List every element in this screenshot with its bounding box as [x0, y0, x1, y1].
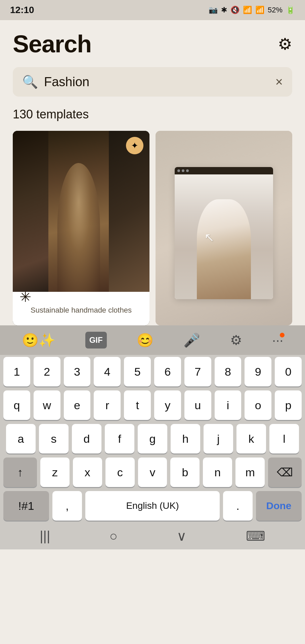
signal-icon: 📶 [255, 6, 264, 14]
key-s[interactable]: s [39, 424, 69, 453]
gif-button[interactable]: GIF [85, 332, 107, 348]
number-row: 1 2 3 4 5 6 7 8 9 0 [0, 355, 305, 388]
cursor-icon: ↖ [204, 230, 214, 245]
shift-key[interactable]: ↑ [3, 458, 37, 487]
search-bar[interactable]: 🔍 × [13, 67, 292, 97]
key-e[interactable]: e [64, 390, 91, 420]
template-grid: ✦ ✳ Sustainable handmade clothes ↖ [13, 131, 292, 325]
key-b[interactable]: b [170, 458, 200, 487]
key-m[interactable]: m [235, 458, 265, 487]
nav-back-button[interactable]: ∨ [177, 528, 186, 544]
key-5[interactable]: 5 [124, 357, 151, 386]
mic-button[interactable]: 🎤 [183, 332, 200, 348]
key-u[interactable]: u [184, 390, 211, 420]
zxcv-row: ↑ z x c v b n m ⌫ [0, 455, 305, 489]
collage-strip-2 [48, 131, 109, 292]
space-key[interactable]: English (UK) [85, 491, 220, 521]
bottom-nav: ||| ○ ∨ ⌨ [0, 523, 305, 549]
status-time: 12:10 [10, 5, 34, 15]
template-count: 130 templates [13, 107, 292, 121]
status-icons: 📷 ✱ 🔇 📶 📶 52% 🔋 [209, 6, 295, 14]
wifi-icon: 📶 [243, 6, 252, 14]
page-title: Search [13, 30, 91, 58]
key-k[interactable]: k [236, 424, 266, 453]
key-v[interactable]: v [138, 458, 167, 487]
keyboard: 🙂✨ GIF 😊 🎤 ⚙ ··· 1 2 3 4 5 6 7 8 9 0 q w… [0, 325, 305, 549]
key-a[interactable]: a [6, 424, 36, 453]
template-card-collage[interactable]: ✦ ✳ Sustainable handmade clothes [13, 131, 149, 325]
key-z[interactable]: z [40, 458, 70, 487]
key-6[interactable]: 6 [154, 357, 181, 386]
card-caption-text: Sustainable handmade clothes [19, 306, 143, 315]
key-l[interactable]: l [269, 424, 299, 453]
key-0[interactable]: 0 [275, 357, 302, 386]
battery-icon: 🔋 [286, 6, 295, 14]
browser-content: ↖ [175, 174, 273, 299]
key-o[interactable]: o [245, 390, 271, 420]
key-y[interactable]: y [154, 390, 181, 420]
collage-images [13, 131, 149, 292]
key-3[interactable]: 3 [64, 357, 91, 386]
key-f[interactable]: f [105, 424, 134, 453]
starburst-icon: ✳ [19, 289, 31, 305]
symbols-key[interactable]: !#1 [3, 491, 49, 521]
key-c[interactable]: c [105, 458, 135, 487]
key-n[interactable]: n [203, 458, 232, 487]
nav-menu-button[interactable]: ||| [40, 529, 50, 544]
backspace-key[interactable]: ⌫ [268, 458, 302, 487]
camera-icon: 📷 [209, 6, 218, 14]
asdf-row: a s d f g h j k l [0, 422, 305, 455]
sticker-button[interactable]: 🙂✨ [22, 332, 55, 348]
key-2[interactable]: 2 [34, 357, 60, 386]
search-icon: 🔍 [22, 74, 38, 89]
key-8[interactable]: 8 [215, 357, 242, 386]
browser-dot-3 [186, 169, 189, 172]
key-1[interactable]: 1 [3, 357, 30, 386]
search-input[interactable] [44, 75, 275, 89]
bottom-row: !#1 , English (UK) . Done [0, 489, 305, 523]
woman-silhouette [197, 199, 251, 299]
search-clear-button[interactable]: × [275, 75, 283, 89]
browser-frame: ↖ [175, 167, 273, 299]
app-content: Search ⚙ 🔍 × 130 templates ✦ ✳ Sustainab… [0, 20, 305, 325]
more-button[interactable]: ··· [272, 333, 283, 348]
card-right-background: ↖ [156, 131, 292, 325]
premium-badge: ✦ [126, 137, 143, 154]
collage-strip-1 [13, 131, 48, 292]
bluetooth-icon: ✱ [221, 6, 227, 14]
done-key[interactable]: Done [256, 491, 302, 521]
qwerty-row: q w e r t y u i o p [0, 388, 305, 422]
key-i[interactable]: i [215, 390, 242, 420]
header-row: Search ⚙ [13, 30, 292, 58]
key-t[interactable]: t [124, 390, 151, 420]
key-p[interactable]: p [275, 390, 302, 420]
key-h[interactable]: h [171, 424, 200, 453]
key-d[interactable]: d [72, 424, 101, 453]
key-w[interactable]: w [34, 390, 60, 420]
card-caption: ✳ Sustainable handmade clothes [13, 292, 149, 325]
keyboard-settings-button[interactable]: ⚙ [230, 332, 242, 348]
template-card-single[interactable]: ↖ [156, 131, 292, 325]
mute-icon: 🔇 [230, 6, 239, 14]
emoji-button[interactable]: 😊 [137, 332, 154, 348]
period-key[interactable]: . [223, 491, 253, 521]
nav-home-button[interactable]: ○ [110, 529, 118, 544]
key-9[interactable]: 9 [245, 357, 271, 386]
settings-button[interactable]: ⚙ [278, 35, 292, 53]
key-q[interactable]: q [3, 390, 30, 420]
nav-keyboard-button[interactable]: ⌨ [246, 528, 265, 544]
collage-strip-3 [109, 131, 149, 292]
keyboard-toolbar: 🙂✨ GIF 😊 🎤 ⚙ ··· [0, 325, 305, 355]
key-g[interactable]: g [138, 424, 167, 453]
notification-dot [280, 333, 285, 337]
status-bar: 12:10 📷 ✱ 🔇 📶 📶 52% 🔋 [0, 0, 305, 20]
comma-key[interactable]: , [52, 491, 82, 521]
browser-dot-2 [182, 169, 184, 172]
browser-dot-1 [177, 169, 180, 172]
key-x[interactable]: x [73, 458, 102, 487]
key-r[interactable]: r [94, 390, 121, 420]
browser-topbar [175, 167, 273, 174]
key-4[interactable]: 4 [94, 357, 121, 386]
key-7[interactable]: 7 [184, 357, 211, 386]
key-j[interactable]: j [204, 424, 233, 453]
